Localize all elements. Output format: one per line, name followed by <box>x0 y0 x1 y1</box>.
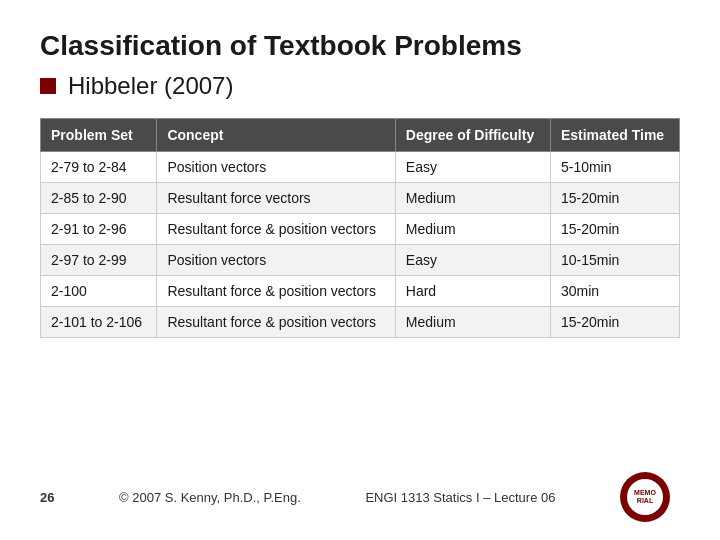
bullet-icon <box>40 78 56 94</box>
col-header-time: Estimated Time <box>550 119 679 152</box>
table-cell: Resultant force vectors <box>157 183 395 214</box>
table-cell: Resultant force & position vectors <box>157 276 395 307</box>
table-cell: 30min <box>550 276 679 307</box>
table-cell: 10-15min <box>550 245 679 276</box>
logo-text: MEMORIAL <box>634 489 656 504</box>
logo-inner: MEMORIAL <box>627 479 663 515</box>
table-cell: Resultant force & position vectors <box>157 214 395 245</box>
subtitle: Hibbeler (2007) <box>40 72 680 100</box>
table-row: 2-91 to 2-96Resultant force & position v… <box>41 214 680 245</box>
col-header-problem-set: Problem Set <box>41 119 157 152</box>
page-number: 26 <box>40 490 54 505</box>
table-cell: Easy <box>395 152 550 183</box>
table-cell: Position vectors <box>157 152 395 183</box>
problems-table: Problem Set Concept Degree of Difficulty… <box>40 118 680 338</box>
col-header-concept: Concept <box>157 119 395 152</box>
copyright-text: © 2007 S. Kenny, Ph.D., P.Eng. <box>119 490 301 505</box>
subtitle-text: Hibbeler (2007) <box>68 72 233 100</box>
course-label: ENGI 1313 Statics I – Lecture 06 <box>365 490 555 505</box>
slide: Classification of Textbook Problems Hibb… <box>0 0 720 540</box>
table-cell: Medium <box>395 214 550 245</box>
table-cell: 2-79 to 2-84 <box>41 152 157 183</box>
table-header-row: Problem Set Concept Degree of Difficulty… <box>41 119 680 152</box>
table-cell: 2-101 to 2-106 <box>41 307 157 338</box>
table-cell: 5-10min <box>550 152 679 183</box>
table-cell: 15-20min <box>550 307 679 338</box>
table-row: 2-97 to 2-99Position vectorsEasy10-15min <box>41 245 680 276</box>
table-cell: 2-97 to 2-99 <box>41 245 157 276</box>
table-cell: 2-100 <box>41 276 157 307</box>
table-row: 2-79 to 2-84Position vectorsEasy5-10min <box>41 152 680 183</box>
table-cell: Medium <box>395 183 550 214</box>
table-cell: 15-20min <box>550 183 679 214</box>
university-logo: MEMORIAL <box>620 472 680 522</box>
table-cell: 15-20min <box>550 214 679 245</box>
table-cell: Resultant force & position vectors <box>157 307 395 338</box>
table-row: 2-100Resultant force & position vectorsH… <box>41 276 680 307</box>
footer: 26 © 2007 S. Kenny, Ph.D., P.Eng. ENGI 1… <box>0 472 720 522</box>
table-cell: Easy <box>395 245 550 276</box>
main-title: Classification of Textbook Problems <box>40 30 680 62</box>
table-row: 2-85 to 2-90Resultant force vectorsMediu… <box>41 183 680 214</box>
col-header-difficulty: Degree of Difficulty <box>395 119 550 152</box>
table-cell: Medium <box>395 307 550 338</box>
table-cell: 2-85 to 2-90 <box>41 183 157 214</box>
logo-circle: MEMORIAL <box>620 472 670 522</box>
table-cell: 2-91 to 2-96 <box>41 214 157 245</box>
table-cell: Position vectors <box>157 245 395 276</box>
table-row: 2-101 to 2-106Resultant force & position… <box>41 307 680 338</box>
table-cell: Hard <box>395 276 550 307</box>
